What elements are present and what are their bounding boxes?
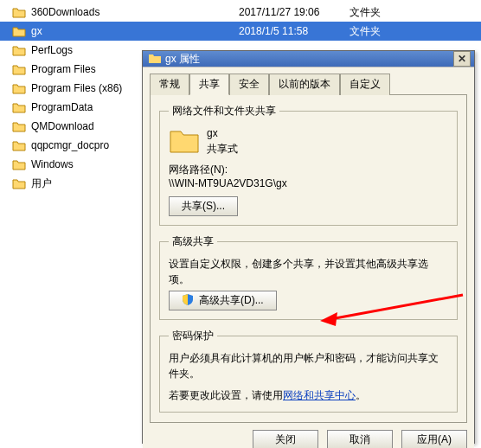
share-button[interactable]: 共享(S)...: [169, 196, 238, 216]
share-state: 共享式: [207, 141, 238, 157]
folder-icon: [12, 43, 26, 57]
folder-icon: [12, 157, 26, 171]
folder-icon: [12, 5, 26, 19]
folder-icon: [12, 81, 26, 95]
file-date: 2018/1/5 11:58: [239, 25, 350, 37]
file-type: 文件夹: [350, 5, 481, 20]
password-desc: 用户必须具有此计算机的用户帐户和密码，才能访问共享文件夹。: [169, 350, 448, 381]
shared-folder-name: gx: [207, 125, 238, 141]
folder-icon: [12, 62, 26, 76]
ok-button[interactable]: 关闭: [253, 430, 318, 448]
apply-button[interactable]: 应用(A): [401, 430, 467, 448]
group-legend: 高级共享: [169, 234, 217, 249]
group-network-sharing: 网络文件和文件夹共享 gx 共享式 网络路径(N): \\WIN-MT9UA2V…: [159, 104, 458, 226]
close-button[interactable]: ✕: [453, 51, 471, 67]
properties-dialog: gx 属性 ✕ 常规 共享 安全 以前的版本 自定义 网络文件和文件夹共享 gx: [142, 50, 475, 444]
group-legend: 密码保护: [169, 329, 217, 343]
tab-custom[interactable]: 自定义: [340, 74, 390, 95]
annotation-arrow: [320, 293, 467, 328]
file-type: 文件夹: [350, 24, 481, 39]
advanced-share-button-label: 高级共享(D)...: [199, 293, 264, 308]
file-row[interactable]: gx 2018/1/5 11:58 文件夹: [0, 22, 481, 41]
folder-icon: [148, 52, 162, 66]
dialog-button-row: 关闭 取消 应用(A): [143, 430, 474, 448]
advanced-share-button[interactable]: 高级共享(D)...: [169, 291, 277, 310]
netpath-label: 网络路径(N):: [169, 163, 448, 177]
group-advanced-sharing: 高级共享 设置自定义权限，创建多个共享，并设置其他高级共享选项。 高级共享(D)…: [159, 234, 458, 320]
folder-icon: [12, 138, 26, 152]
file-name: gx: [31, 25, 239, 37]
close-icon: ✕: [458, 53, 466, 65]
tab-sharing[interactable]: 共享: [189, 74, 229, 95]
tab-general[interactable]: 常规: [150, 74, 189, 95]
netpath-value: \\WIN-MT9UA2VD31G\gx: [169, 177, 448, 189]
group-legend: 网络文件和文件夹共享: [169, 104, 279, 118]
tab-strip: 常规 共享 安全 以前的版本 自定义: [150, 73, 467, 94]
svg-line-0: [330, 295, 463, 319]
file-name: 360Downloads: [31, 6, 239, 18]
dialog-title: gx 属性: [165, 52, 453, 67]
tab-security[interactable]: 安全: [229, 74, 269, 95]
network-sharing-center-link[interactable]: 网络和共享中心: [283, 389, 356, 401]
shield-icon: [182, 293, 194, 308]
folder-icon: [12, 176, 26, 190]
tab-versions[interactable]: 以前的版本: [269, 74, 340, 95]
folder-icon: [12, 119, 26, 133]
dialog-titlebar[interactable]: gx 属性 ✕: [143, 51, 474, 67]
advanced-desc: 设置自定义权限，创建多个共享，并设置其他高级共享选项。: [169, 256, 448, 287]
share-button-label: 共享(S)...: [182, 199, 225, 214]
file-date: 2017/11/27 19:06: [239, 6, 350, 18]
cancel-button[interactable]: 取消: [327, 430, 393, 448]
folder-icon: [12, 24, 26, 38]
tab-panel-sharing: 网络文件和文件夹共享 gx 共享式 网络路径(N): \\WIN-MT9UA2V…: [150, 94, 467, 423]
file-row[interactable]: 360Downloads 2017/11/27 19:06 文件夹: [0, 3, 481, 22]
group-password-protection: 密码保护 用户必须具有此计算机的用户帐户和密码，才能访问共享文件夹。 若要更改此…: [159, 329, 458, 413]
folder-icon: [169, 125, 200, 157]
dialog-body: 常规 共享 安全 以前的版本 自定义 网络文件和文件夹共享 gx 共享式: [143, 67, 474, 430]
password-change-line: 若要更改此设置，请使用网络和共享中心。: [169, 388, 448, 403]
svg-marker-1: [320, 312, 337, 326]
folder-icon: [12, 100, 26, 114]
